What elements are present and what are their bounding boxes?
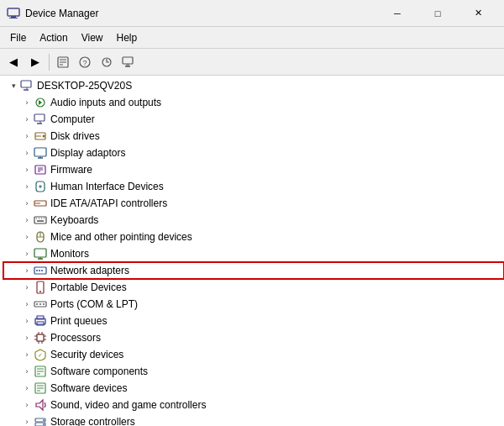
properties-button[interactable] [53, 52, 73, 72]
maximize-button[interactable]: □ [418, 4, 457, 23]
print-label: Print queues [50, 315, 107, 327]
network-icon [34, 264, 47, 277]
expand-icon-disk: › [20, 129, 34, 143]
storage-icon [34, 415, 47, 426]
expand-icon-monitors: › [20, 247, 34, 260]
tree-item-monitors[interactable]: ›Monitors [3, 245, 504, 262]
security-icon: ✓ [34, 348, 47, 361]
expand-icon-portable: › [20, 281, 34, 294]
svg-text:✓: ✓ [38, 352, 43, 358]
portable-label: Portable Devices [50, 281, 127, 293]
svg-rect-16 [34, 114, 45, 121]
menu-item-help[interactable]: Help [110, 29, 144, 46]
svg-rect-1 [11, 16, 16, 18]
sound-label: Sound, video and game controllers [50, 399, 206, 411]
computer-label: Computer [50, 113, 95, 125]
sound-icon [34, 398, 47, 412]
expand-icon-sound: › [20, 398, 34, 412]
svg-rect-61 [37, 334, 44, 341]
software-icon [34, 381, 47, 395]
software-components-label: Software components [50, 366, 148, 377]
svg-rect-48 [34, 267, 46, 274]
menu-item-file[interactable]: File [3, 29, 33, 46]
scan-button[interactable] [118, 52, 139, 72]
tree-item-software-components[interactable]: ›Software components [3, 363, 504, 380]
print-icon [34, 314, 47, 328]
keyboard-icon [34, 213, 47, 227]
tree-item-display[interactable]: ›Display adaptors [3, 145, 504, 161]
expand-icon-network: › [20, 264, 34, 277]
tree-item-ide[interactable]: ›IDE ATA/ATAPI controllers [3, 195, 504, 212]
ports-icon [34, 297, 47, 311]
expand-icon-processors: › [20, 331, 34, 344]
help-button[interactable]: ? [75, 52, 95, 72]
tree-item-processors[interactable]: ›Processors [3, 329, 504, 346]
expand-icon-storage: › [20, 415, 34, 426]
software-devices-label: Software devices [50, 382, 127, 394]
disk-label: Disk drives [50, 130, 100, 142]
tree-item-disk[interactable]: ›Disk drives [3, 128, 504, 145]
menu-item-action[interactable]: Action [33, 29, 74, 46]
expand-icon-computer: › [20, 113, 34, 126]
svg-rect-10 [123, 57, 133, 64]
processors-label: Processors [50, 332, 101, 344]
ide-label: IDE ATA/ATAPI controllers [50, 197, 167, 209]
tree-item-ports[interactable]: ›Ports (COM & LPT) [3, 296, 504, 313]
network-label: Network adapters [50, 265, 129, 276]
audio-icon [34, 96, 47, 109]
expand-icon-display: › [20, 146, 34, 160]
svg-rect-2 [9, 18, 18, 18]
tree-item-storage[interactable]: ›Storage controllers [3, 413, 504, 426]
svg-rect-0 [8, 8, 19, 16]
back-button[interactable]: ◀ [3, 52, 24, 72]
expand-icon-keyboards: › [20, 213, 34, 227]
monitors-label: Monitors [50, 248, 89, 260]
tree-item-audio[interactable]: ›Audio inputs and outputs [3, 94, 504, 111]
close-button[interactable]: ✕ [459, 4, 497, 23]
tree-item-print[interactable]: ›Print queues [3, 313, 504, 329]
tree-item-firmware[interactable]: ›Firmware [3, 161, 504, 178]
title-bar: Device Manager ─ □ ✕ [0, 0, 504, 27]
mice-label: Mice and other pointing devices [50, 231, 192, 243]
monitor-icon [34, 247, 47, 260]
svg-point-55 [36, 303, 38, 305]
keyboards-label: Keyboards [50, 214, 98, 226]
expand-icon-ide: › [20, 197, 34, 210]
tree-item-mice[interactable]: ›Mice and other pointing devices [3, 229, 504, 245]
tree-item-network[interactable]: ›Network adapters [3, 262, 504, 279]
expand-icon-mice: › [20, 230, 34, 244]
audio-label: Audio inputs and outputs [50, 97, 161, 108]
tree-item-sound[interactable]: ›Sound, video and game controllers [3, 397, 504, 413]
svg-rect-36 [34, 217, 46, 224]
expand-icon-security: › [20, 348, 34, 361]
tree-item-keyboards[interactable]: ›Keyboards [3, 212, 504, 229]
minimize-button[interactable]: ─ [378, 4, 417, 23]
display-icon [34, 146, 47, 160]
hid-icon [34, 180, 47, 193]
expand-icon-software-components: › [20, 365, 34, 378]
ports-label: Ports (COM & LPT) [50, 298, 138, 310]
tree-root-item[interactable]: ▾ DESKTOP-25QV20S [3, 77, 504, 94]
tree-items: ›Audio inputs and outputs›Computer›Disk … [3, 94, 504, 426]
update-button[interactable] [97, 52, 117, 72]
tree-item-portable[interactable]: ›Portable Devices [3, 279, 504, 296]
svg-point-56 [39, 303, 41, 305]
security-label: Security devices [50, 349, 123, 360]
storage-label: Storage controllers [50, 416, 135, 426]
expand-icon-root: ▾ [7, 79, 20, 92]
tree-item-software-devices[interactable]: ›Software devices [3, 380, 504, 397]
menu-item-view[interactable]: View [75, 29, 110, 46]
toolbar: ◀ ▶ ? [0, 49, 504, 76]
portable-icon [34, 281, 47, 294]
tree-item-hid[interactable]: ›Human Interface Devices [3, 178, 504, 195]
forward-button[interactable]: ▶ [25, 52, 45, 72]
tree-item-security[interactable]: ›✓Security devices [3, 346, 504, 363]
tree-item-computer[interactable]: ›Computer [3, 111, 504, 128]
window-controls: ─ □ ✕ [378, 4, 497, 23]
expand-icon-software-devices: › [20, 381, 34, 395]
svg-point-81 [43, 419, 45, 421]
svg-point-57 [43, 303, 45, 305]
expand-icon-hid: › [20, 180, 34, 193]
expand-icon-print: › [20, 314, 34, 328]
mouse-icon [34, 230, 47, 244]
